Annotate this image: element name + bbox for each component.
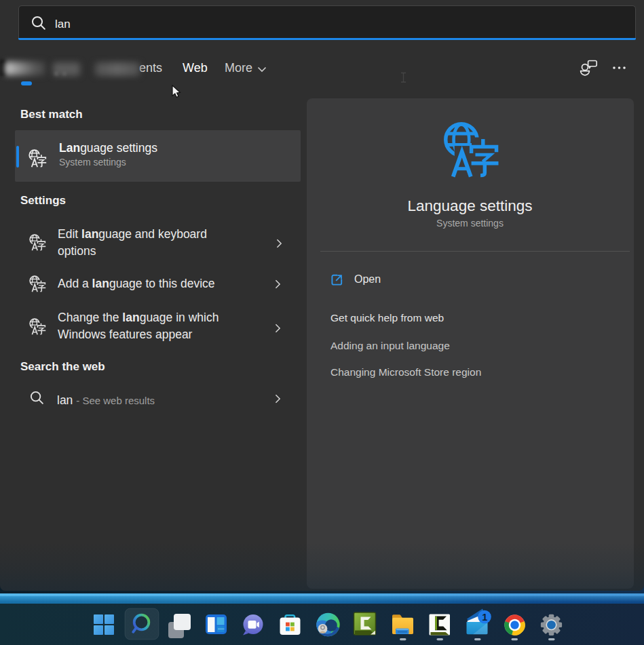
svg-text:1: 1 [482,612,487,623]
